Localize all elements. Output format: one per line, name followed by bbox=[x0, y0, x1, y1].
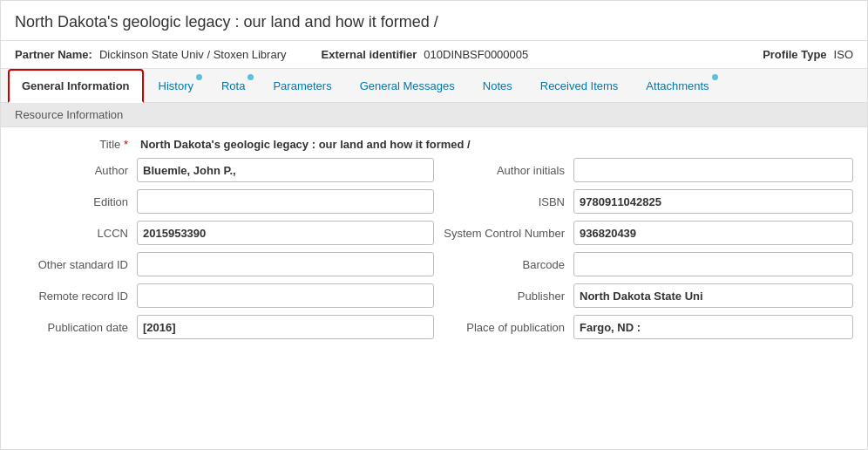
publisher-right: Publisher bbox=[434, 283, 853, 308]
history-dot bbox=[196, 74, 202, 80]
author-input[interactable] bbox=[137, 158, 434, 182]
barcode-input[interactable] bbox=[573, 252, 853, 276]
author-left: Author bbox=[15, 158, 434, 182]
tabs-bar: General Information History Rota Paramet… bbox=[1, 69, 867, 103]
title-label: Title * bbox=[15, 138, 137, 151]
tab-attachments[interactable]: Attachments bbox=[633, 70, 722, 101]
place-of-publication-right: Place of publication bbox=[434, 315, 853, 339]
title-required: * bbox=[124, 138, 128, 151]
other-standard-label: Other standard ID bbox=[15, 258, 137, 271]
place-of-publication-label: Place of publication bbox=[434, 321, 573, 334]
profile-type-value: ISO bbox=[834, 48, 853, 61]
edition-label: Edition bbox=[15, 195, 137, 208]
meta-row: Partner Name: Dickinson State Univ / Sto… bbox=[1, 41, 867, 69]
tab-rota[interactable]: Rota bbox=[208, 70, 258, 101]
isbn-label: ISBN bbox=[434, 195, 573, 208]
lccn-label: LCCN bbox=[15, 227, 137, 240]
partner-name-label: Partner Name: bbox=[15, 48, 92, 61]
edition-left: Edition bbox=[15, 189, 434, 214]
page-title: North Dakota's geologic legacy : our lan… bbox=[1, 1, 867, 41]
other-standard-row: Other standard ID Barcode bbox=[15, 252, 853, 276]
attachments-dot bbox=[712, 74, 718, 80]
external-id-item: External identifier 010DINBSF0000005 bbox=[321, 48, 528, 61]
system-control-label: System Control Number bbox=[434, 227, 573, 240]
publication-date-row: Publication date Place of publication bbox=[15, 315, 853, 339]
author-initials-right: Author initials bbox=[434, 158, 853, 182]
rota-dot bbox=[248, 74, 254, 80]
tab-parameters[interactable]: Parameters bbox=[260, 70, 344, 101]
publication-date-input[interactable] bbox=[137, 315, 434, 339]
remote-record-input[interactable] bbox=[137, 283, 434, 308]
edition-row: Edition ISBN bbox=[15, 189, 853, 214]
system-control-right: System Control Number bbox=[434, 221, 853, 245]
author-initials-input[interactable] bbox=[573, 158, 853, 182]
partner-name-item: Partner Name: Dickinson State Univ / Sto… bbox=[15, 48, 286, 61]
author-label: Author bbox=[15, 164, 137, 177]
publication-date-left: Publication date bbox=[15, 315, 434, 339]
partner-name-value: Dickinson State Univ / Stoxen Library bbox=[99, 48, 287, 61]
remote-record-label: Remote record ID bbox=[15, 290, 137, 303]
title-row: Title * North Dakota's geologic legacy :… bbox=[15, 138, 853, 151]
other-standard-left: Other standard ID bbox=[15, 252, 434, 276]
barcode-label: Barcode bbox=[434, 258, 573, 271]
publication-date-label: Publication date bbox=[15, 321, 137, 334]
profile-type-item: Profile Type ISO bbox=[763, 48, 853, 61]
lccn-left: LCCN bbox=[15, 221, 434, 245]
isbn-input[interactable] bbox=[573, 189, 853, 214]
publisher-input[interactable] bbox=[573, 283, 853, 308]
author-initials-label: Author initials bbox=[434, 164, 573, 177]
form-area: Title * North Dakota's geologic legacy :… bbox=[1, 127, 867, 357]
tab-notes[interactable]: Notes bbox=[470, 70, 526, 101]
other-standard-input[interactable] bbox=[137, 252, 434, 276]
tab-general-information[interactable]: General Information bbox=[8, 69, 144, 103]
place-of-publication-input[interactable] bbox=[573, 315, 853, 339]
external-id-value: 010DINBSF0000005 bbox=[424, 48, 528, 61]
tab-history[interactable]: History bbox=[146, 70, 207, 101]
remote-record-row: Remote record ID Publisher bbox=[15, 283, 853, 308]
external-id-label: External identifier bbox=[321, 48, 417, 61]
tab-general-messages[interactable]: General Messages bbox=[347, 70, 468, 101]
lccn-row: LCCN System Control Number bbox=[15, 221, 853, 245]
author-row: Author Author initials bbox=[15, 158, 853, 182]
page-wrapper: North Dakota's geologic legacy : our lan… bbox=[0, 0, 868, 450]
tab-received-items[interactable]: Received Items bbox=[527, 70, 632, 101]
isbn-right: ISBN bbox=[434, 189, 853, 214]
section-header: Resource Information bbox=[1, 103, 867, 127]
publisher-label: Publisher bbox=[434, 290, 573, 303]
system-control-input[interactable] bbox=[573, 221, 853, 245]
title-value: North Dakota's geologic legacy : our lan… bbox=[137, 138, 471, 151]
edition-input[interactable] bbox=[137, 189, 434, 214]
barcode-right: Barcode bbox=[434, 252, 853, 276]
lccn-input[interactable] bbox=[137, 221, 434, 245]
remote-record-left: Remote record ID bbox=[15, 283, 434, 308]
profile-type-label: Profile Type bbox=[763, 48, 826, 61]
